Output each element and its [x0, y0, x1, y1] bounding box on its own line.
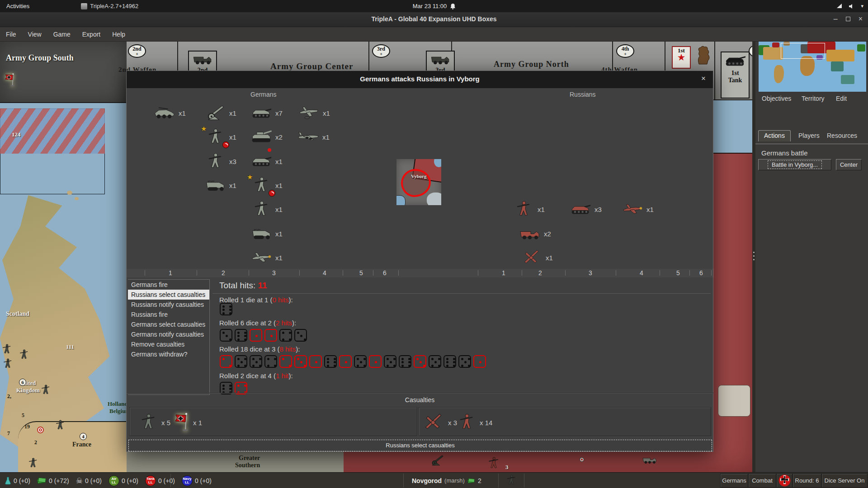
map-unit-icon: [1, 343, 13, 356]
unit-count: x1: [229, 109, 236, 117]
dialog-close-icon[interactable]: ×: [701, 74, 706, 83]
unit-stack-aa-gun: x1: [521, 249, 553, 267]
battle-steps-list[interactable]: Germans fireRussians select casualtiesRu…: [128, 279, 210, 395]
die-face-6: [220, 303, 232, 315]
total-hits-value: 11: [258, 281, 267, 290]
battle-step-item[interactable]: Germans notify casualties: [128, 329, 209, 339]
casualty-flag[interactable]: x 1: [173, 411, 202, 434]
panel-splitter[interactable]: [752, 27, 755, 472]
tab-territory[interactable]: Territory: [802, 95, 825, 102]
die-face-3-hit: [414, 355, 426, 368]
unit-stack-tank: x3: [570, 200, 602, 219]
center-button[interactable]: Center: [836, 159, 862, 170]
unit-count: x2: [275, 133, 283, 141]
infantry-unit-icon: [139, 411, 158, 434]
screen: Activities TripleA-2.7+14962 Mar 23 11:0…: [0, 0, 868, 488]
splitter-grip-dot: [753, 255, 755, 257]
maximize-button[interactable]: [846, 17, 850, 21]
battle-step-item[interactable]: Russians notify casualties: [128, 300, 209, 310]
battle-dialog: Germans attacks Russians in Vyborg × Ger…: [126, 70, 713, 452]
corps-badge-4th: 4th+: [616, 44, 634, 58]
map-label-111: 111: [66, 343, 74, 351]
unit-count: x2: [544, 230, 551, 238]
map-label-holland: Holland: [108, 400, 128, 408]
infantry-unit-icon: [457, 411, 476, 434]
app-menu[interactable]: TripleA-2.7+14962: [81, 3, 138, 9]
unit-stack-infantry: ★x1: [204, 128, 236, 146]
tab-objectives[interactable]: Objectives: [762, 95, 791, 102]
iron-cross-roundel-icon: [778, 474, 791, 487]
unit-count: x1: [275, 230, 283, 238]
minimap[interactable]: [759, 42, 866, 92]
casualty-infantry[interactable]: x 14: [457, 411, 492, 434]
die-face-5: [250, 355, 262, 368]
unit-count: x1: [323, 109, 330, 117]
total-hits-line: Total hits: 11: [219, 281, 267, 291]
map-label-kingdom: Kingdom: [16, 387, 40, 394]
menu-game[interactable]: Game: [47, 31, 76, 38]
battle-step-item[interactable]: Germans select casualties: [128, 319, 209, 329]
unit-count: x7: [275, 109, 283, 117]
infantry-unit-icon: ★: [250, 176, 272, 195]
die-face-1-hit: [369, 355, 382, 368]
corps-badge-3rd: 3rd+: [372, 44, 390, 58]
map-unit-icon: [2, 358, 14, 371]
roll-result-label: Rolled 18 dice at 3 (8 hits):: [219, 345, 300, 353]
select-casualties-button[interactable]: Russians select casualties: [128, 440, 712, 451]
system-tray[interactable]: ▾: [836, 3, 863, 9]
menu-view[interactable]: View: [22, 31, 47, 38]
menu-export[interactable]: Export: [76, 31, 106, 38]
defender-dice-column-5: 5: [676, 269, 680, 277]
minimize-button[interactable]: –: [834, 15, 838, 23]
unit-count: x1: [538, 206, 545, 213]
unit-stack-infantry: x1: [250, 200, 283, 219]
casualty-infantry[interactable]: x 5: [139, 411, 170, 434]
die-face-2-hit: [279, 355, 292, 368]
tab-edit[interactable]: Edit: [836, 95, 847, 102]
unit-count: x1: [275, 182, 283, 189]
armored-car-unit-icon: [154, 104, 175, 122]
status-bar: 0 (+0) 0 (+72) ☠ 0 (+0) AirLL 0 (+0) Tan…: [0, 472, 868, 488]
column-tick: [145, 270, 145, 276]
map-sea-zone[interactable]: [713, 100, 755, 154]
activities-button[interactable]: Activities: [0, 3, 36, 9]
minimap-landmass: [857, 44, 865, 52]
attacker-label: Germans: [250, 91, 277, 98]
battle-step-item[interactable]: Germans withdraw?: [128, 349, 209, 359]
battle-step-item[interactable]: Germans fire: [128, 280, 209, 290]
unit-stack-tank: x7: [250, 104, 283, 122]
menu-help[interactable]: Help: [106, 31, 131, 38]
german-roundel-icon: [269, 190, 275, 197]
elite-star-icon: ★: [201, 125, 207, 133]
dialog-title-bar[interactable]: Germans attacks Russians in Vyborg ×: [127, 71, 713, 88]
tank-unit-icon: [570, 200, 591, 219]
battle-step-item[interactable]: Russians select casualties: [128, 290, 209, 300]
damage-dot-icon: [268, 148, 271, 152]
roll-result-label: Rolled 2 dice at 4 (1 hit):: [219, 372, 293, 380]
defender-dice-column-2: 2: [538, 269, 542, 277]
die-face-3-hit: [294, 355, 307, 368]
tab-actions[interactable]: Actions: [758, 130, 791, 141]
battle-step-item[interactable]: Russians fire: [128, 310, 209, 319]
map-label-124: 124: [12, 131, 21, 138]
tab-resources[interactable]: Resources: [827, 132, 857, 139]
map-region-uk[interactable]: [0, 195, 113, 455]
die-face-3: [294, 329, 307, 342]
close-button[interactable]: ×: [859, 15, 863, 23]
aa-gun-unit-icon: [521, 249, 542, 267]
tab-players[interactable]: Players: [798, 132, 820, 139]
clock-menu[interactable]: Mar 23 11:00: [413, 3, 456, 9]
battle-in-vyborg-button[interactable]: Battle in Vyborg...: [758, 159, 831, 170]
territory-unit-cell: [498, 474, 524, 488]
battle-step-item[interactable]: Remove casualties: [128, 339, 209, 349]
minimap-view-rect: [781, 43, 825, 59]
column-tick: [616, 270, 616, 276]
roll-result-label: Rolled 6 dice at 2 (2 hits):: [219, 319, 296, 327]
menu-bar: File View Game Export Help: [0, 27, 868, 42]
tank-unit-icon: [250, 104, 272, 122]
menu-file[interactable]: File: [0, 31, 22, 38]
die-face-5: [354, 355, 367, 368]
minimap-landmass: [763, 47, 783, 60]
casualty-aa-gun[interactable]: x 3: [423, 411, 457, 434]
money-icon: [37, 477, 47, 484]
